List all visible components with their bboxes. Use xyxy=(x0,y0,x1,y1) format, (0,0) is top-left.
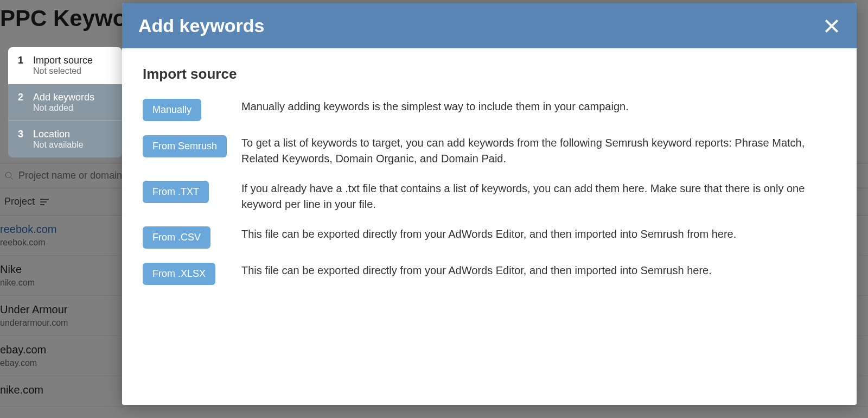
modal-title: Add keywords xyxy=(138,15,264,36)
option-manually: Manually Manually adding keywords is the… xyxy=(143,99,836,121)
from-txt-button[interactable]: From .TXT xyxy=(143,181,209,203)
section-title: Import source xyxy=(143,66,836,83)
wizard-steps: 1 Import source Not selected 2 Add keywo… xyxy=(8,47,122,157)
step-location[interactable]: 3 Location Not available xyxy=(8,121,122,157)
option-from-txt: From .TXT If you already have a .txt fil… xyxy=(143,181,836,212)
step-label: Add keywords xyxy=(33,92,94,103)
step-add-keywords[interactable]: 2 Add keywords Not added xyxy=(8,84,122,121)
step-number: 2 xyxy=(18,92,25,113)
import-options: Manually Manually adding keywords is the… xyxy=(143,99,836,285)
step-status: Not added xyxy=(33,103,94,113)
from-csv-button[interactable]: From .CSV xyxy=(143,226,210,249)
option-from-semrush: From Semrush To get a list of keywords t… xyxy=(143,135,836,167)
step-import-source[interactable]: 1 Import source Not selected xyxy=(8,47,122,84)
option-description: To get a list of keywords to target, you… xyxy=(241,135,811,167)
step-label: Location xyxy=(33,129,84,140)
manually-button[interactable]: Manually xyxy=(143,99,201,121)
option-description: Manually adding keywords is the simplest… xyxy=(241,99,629,115)
option-from-csv: From .CSV This file can be exported dire… xyxy=(143,226,836,249)
step-number: 3 xyxy=(18,129,25,150)
modal-body: Import source Manually Manually adding k… xyxy=(122,48,857,302)
option-description: If you already have a .txt file that con… xyxy=(241,181,811,212)
add-keywords-modal: Add keywords Import source Manually Manu… xyxy=(122,3,857,405)
from-xlsx-button[interactable]: From .XLSX xyxy=(143,263,215,285)
step-status: Not selected xyxy=(33,66,93,76)
modal-header: Add keywords xyxy=(122,3,857,48)
option-from-xlsx: From .XLSX This file can be exported dir… xyxy=(143,263,836,285)
option-description: This file can be exported directly from … xyxy=(241,263,712,278)
step-number: 1 xyxy=(18,55,25,76)
close-icon[interactable] xyxy=(823,17,840,35)
step-label: Import source xyxy=(33,55,93,66)
from-semrush-button[interactable]: From Semrush xyxy=(143,135,227,157)
option-description: This file can be exported directly from … xyxy=(241,226,736,242)
step-status: Not available xyxy=(33,140,84,150)
